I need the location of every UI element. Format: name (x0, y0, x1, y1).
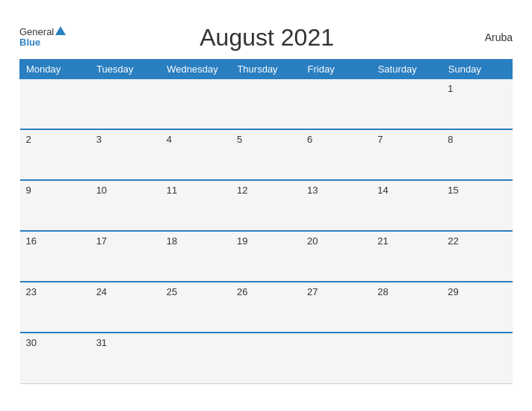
day-number: 12 (237, 185, 247, 196)
weekday-header-thursday: Thursday (231, 59, 301, 78)
day-number: 10 (96, 185, 107, 196)
calendar-day-5: 5 (231, 129, 301, 180)
calendar-day-24: 24 (90, 282, 161, 333)
day-number: 15 (448, 185, 458, 196)
calendar-day-empty (371, 78, 442, 129)
day-number: 29 (448, 286, 458, 297)
calendar-day-21: 21 (371, 231, 442, 282)
logo: General Blue (19, 27, 66, 49)
day-number: 6 (307, 134, 312, 145)
calendar-region: Aruba (468, 31, 513, 43)
day-number: 23 (26, 286, 37, 297)
calendar-day-23: 23 (20, 282, 90, 333)
calendar-day-17: 17 (90, 231, 161, 282)
calendar-day-29: 29 (442, 282, 512, 333)
calendar-day-empty (301, 333, 371, 383)
weekday-header-row: MondayTuesdayWednesdayThursdayFridaySatu… (20, 59, 513, 78)
calendar-day-20: 20 (301, 231, 371, 282)
calendar-day-30: 30 (20, 333, 90, 383)
calendar-day-25: 25 (161, 282, 231, 333)
calendar-day-19: 19 (231, 231, 301, 282)
calendar-day-26: 26 (231, 282, 301, 333)
calendar-day-10: 10 (90, 180, 161, 231)
calendar-day-14: 14 (371, 180, 442, 231)
calendar-day-11: 11 (161, 180, 231, 231)
day-number: 24 (96, 286, 107, 297)
calendar-day-28: 28 (371, 282, 442, 333)
calendar-day-empty (20, 78, 90, 129)
week-row-4: 16171819202122 (20, 231, 513, 282)
calendar-day-31: 31 (90, 333, 161, 383)
day-number: 3 (96, 134, 102, 145)
calendar-day-22: 22 (442, 231, 512, 282)
weekday-header-monday: Monday (20, 59, 90, 78)
weekday-header-tuesday: Tuesday (90, 59, 161, 78)
calendar: General Blue August 2021 Aruba MondayTue… (8, 16, 524, 395)
day-number: 26 (237, 286, 247, 297)
calendar-day-empty (301, 78, 371, 129)
day-number: 11 (167, 185, 177, 196)
calendar-day-8: 8 (442, 129, 512, 180)
day-number: 1 (448, 83, 453, 94)
day-number: 27 (307, 286, 318, 297)
day-number: 9 (26, 185, 31, 196)
calendar-day-empty (161, 78, 231, 129)
calendar-day-6: 6 (301, 129, 371, 180)
calendar-day-empty (371, 333, 442, 383)
logo-blue-text: Blue (19, 37, 40, 48)
day-number: 16 (26, 235, 37, 247)
calendar-day-27: 27 (301, 282, 371, 333)
calendar-day-empty (90, 78, 161, 129)
day-number: 31 (96, 337, 107, 348)
day-number: 28 (377, 286, 388, 297)
calendar-day-4: 4 (161, 129, 231, 180)
calendar-day-7: 7 (371, 129, 442, 180)
logo-general-text: General (19, 27, 66, 37)
day-number: 22 (448, 235, 458, 247)
calendar-day-3: 3 (90, 129, 161, 180)
calendar-title: August 2021 (66, 24, 468, 52)
calendar-day-2: 2 (20, 129, 90, 180)
calendar-day-16: 16 (20, 231, 90, 282)
day-number: 14 (377, 185, 388, 196)
calendar-day-empty (161, 333, 231, 383)
day-number: 30 (26, 337, 37, 348)
calendar-day-empty (442, 333, 512, 383)
weekday-header-wednesday: Wednesday (161, 59, 231, 78)
calendar-header: General Blue August 2021 Aruba (19, 24, 513, 52)
calendar-table: MondayTuesdayWednesdayThursdayFridaySatu… (19, 59, 513, 384)
day-number: 18 (167, 235, 177, 247)
calendar-day-1: 1 (442, 78, 512, 129)
calendar-day-12: 12 (231, 180, 301, 231)
calendar-day-9: 9 (20, 180, 90, 231)
day-number: 4 (167, 134, 172, 145)
week-row-3: 9101112131415 (20, 180, 513, 231)
calendar-day-18: 18 (161, 231, 231, 282)
day-number: 5 (237, 134, 242, 145)
day-number: 21 (377, 235, 388, 247)
calendar-day-13: 13 (301, 180, 371, 231)
week-row-6: 3031 (20, 333, 513, 383)
day-number: 13 (307, 185, 318, 196)
logo-triangle-icon (55, 26, 66, 35)
calendar-day-15: 15 (442, 180, 512, 231)
calendar-day-empty (231, 78, 301, 129)
calendar-day-empty (231, 333, 301, 383)
day-number: 20 (307, 235, 318, 247)
day-number: 17 (96, 235, 107, 247)
day-number: 8 (448, 134, 453, 145)
day-number: 2 (26, 134, 31, 145)
day-number: 19 (237, 235, 247, 247)
weekday-header-sunday: Sunday (442, 59, 512, 78)
week-row-2: 2345678 (20, 129, 513, 180)
weekday-header-saturday: Saturday (371, 59, 442, 78)
week-row-5: 23242526272829 (20, 282, 513, 333)
weekday-header-friday: Friday (301, 59, 371, 78)
day-number: 7 (377, 134, 383, 145)
day-number: 25 (167, 286, 177, 297)
week-row-1: 1 (20, 78, 513, 129)
